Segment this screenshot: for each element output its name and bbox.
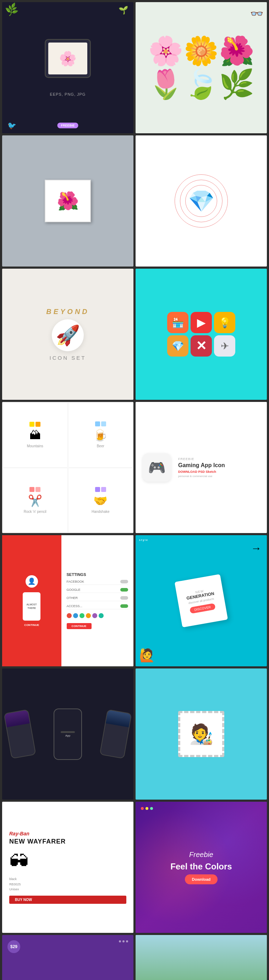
product-details: black RB3025 Unisex	[9, 877, 126, 892]
continue-btn[interactable]: CONTINUE	[67, 623, 91, 629]
flowers-display: 🌸🌼🌺🌷🍃🌿	[136, 34, 267, 101]
card-rayban: Ray-Ban NEW WAYFARER 🕶 black RB3025 Unis…	[2, 802, 133, 933]
icon-cell-scissors: ✂️ Rock 'n' pencil	[3, 468, 68, 533]
sketch-icon: 💎	[167, 335, 189, 356]
setting-google: GOOGLE	[67, 587, 128, 593]
setting-name-google: GOOGLE	[67, 588, 80, 592]
shop-icon: 🏪	[167, 312, 189, 333]
main-grid: 🌿 🌱 🌸 FREEBIE 🐦 EEPS, PNG, JPG 🌸🌼🌺🌷🍃🌿 👓 …	[0, 0, 269, 980]
card-icon-set-grid: 🏔 Mountains 🍺 Beer ✂️ Rock 'n' pencil	[2, 402, 133, 533]
detail-color: black	[9, 877, 126, 881]
idea-icon: 💡	[214, 312, 235, 333]
freebie-badge: FREEBIE	[57, 123, 78, 128]
window-dots	[141, 807, 153, 810]
white-panel: SETTINGS FACEBOOK GOOGLE OTHER ACCESS...	[61, 535, 134, 666]
dot-red	[141, 807, 144, 810]
dot-green	[150, 807, 153, 810]
glasses-decor-icon: 👓	[250, 8, 263, 20]
game-tag: FREEBIE	[178, 457, 260, 461]
play-icon: ▶	[191, 312, 212, 333]
swatch-purple[interactable]	[92, 613, 97, 618]
game-info-panel: FREEBIE Gaming App Icon DOWNLOAD PSD Ske…	[178, 457, 260, 478]
card-gem: 💎	[136, 135, 267, 267]
icons-grid: 🏪 ▶ 💡 💎 ✕ ✈	[167, 312, 235, 356]
card-watercolor-tablet: 🌿 🌱 🌸 FREEBIE 🐦 EEPS, PNG, JPG	[2, 2, 133, 133]
toggle-google[interactable]	[120, 588, 128, 592]
game-download: DOWNLOAD PSD Sketch	[178, 470, 260, 474]
setting-other: OTHER	[67, 595, 128, 601]
scissors-icon: ✂️	[28, 494, 42, 508]
freebie-label: Freebie	[189, 851, 213, 859]
floral-art: 🌸	[48, 43, 87, 75]
app-almost-there: CONTINUE	[24, 624, 39, 627]
phone-frame: ALMOSTTHERE	[23, 592, 40, 620]
arrow-decor: →	[251, 542, 261, 554]
card-new-generation: style NEW GENERATION discover all produc…	[136, 535, 267, 666]
card-gaming-icon: 🎮 FREEBIE Gaming App Icon DOWNLOAD PSD S…	[136, 402, 267, 533]
setting-facebook: FACEBOOK	[67, 579, 128, 585]
dots-row	[119, 940, 128, 942]
dot-1	[119, 940, 121, 942]
format-label: PSD Sketch	[199, 470, 216, 474]
glasses-icon: 🕶	[9, 850, 126, 873]
flight-icon: ✈	[214, 335, 235, 356]
card-app-settings: 👤 ALMOSTTHERE CONTINUE SETTINGS FACEBOOK…	[2, 535, 133, 666]
card-canvas-flowers: 🌺	[2, 135, 133, 267]
dot-yellow	[146, 807, 148, 810]
card-beyond-icon-set: BEYOND 🚀 ICON SET	[2, 269, 133, 400]
game-icon-display: 🎮	[143, 453, 171, 482]
card-dark-phones: App	[2, 668, 133, 800]
product-name: NEW WAYFARER	[9, 838, 126, 845]
swatch-orange[interactable]	[86, 613, 91, 618]
detail-gender: Unisex	[9, 887, 126, 892]
icon-cell-handshake: 🤝 Handshake	[68, 468, 133, 533]
red-panel: 👤 ALMOSTTHERE CONTINUE	[2, 535, 61, 666]
download-button[interactable]: Download	[185, 874, 218, 884]
beer-label: Beer	[97, 444, 104, 448]
gem-display: 💎	[188, 189, 215, 214]
toggle-accessibility[interactable]	[120, 604, 128, 608]
person-emoji-icon: 🙋	[139, 648, 155, 663]
dot-2	[122, 940, 125, 942]
setting-accessibility: ACCESS...	[67, 603, 128, 609]
detail-model: RB3025	[9, 882, 126, 887]
mountains-icon: 🏔	[29, 429, 41, 442]
toggle-other[interactable]	[120, 596, 128, 600]
setting-name-facebook: FACEBOOK	[67, 580, 85, 583]
settings-title: SETTINGS	[67, 573, 128, 577]
swatch-teal[interactable]	[99, 613, 104, 618]
tablet-frame: 🌸	[45, 39, 91, 78]
gem-icon: 💎	[188, 189, 215, 214]
handshake-label: Handshake	[91, 510, 110, 514]
avatar-area: 👤	[26, 575, 38, 589]
swatch-green[interactable]	[80, 613, 85, 618]
icon-cell-beer: 🍺 Beer	[68, 402, 133, 468]
bird-decor-icon: 🐦	[8, 121, 16, 130]
color-chip-row	[29, 422, 40, 427]
brand-name: Ray-Ban	[9, 831, 126, 837]
phone-right	[99, 709, 132, 759]
close-icon: ✕	[191, 335, 212, 356]
price-badge: $29	[8, 940, 20, 953]
card-app-icons: 🏪 ▶ 💡 💎 ✕ ✈	[136, 269, 267, 400]
buy-now-button[interactable]: BUY NOW	[9, 896, 126, 904]
toggle-facebook[interactable]	[120, 580, 128, 583]
ng-cta-btn[interactable]: DISCOVER	[189, 603, 215, 614]
color-chip-row-2	[95, 422, 106, 426]
beyond-title: BEYOND	[46, 308, 90, 316]
setting-name-accessibility: ACCESS...	[67, 604, 83, 608]
phone-left	[3, 709, 36, 759]
swatch-red[interactable]	[67, 613, 72, 618]
card-digital-feel: $29 Feel theDigitalWe mak	[2, 935, 133, 980]
canvas-art: 🌺	[45, 180, 91, 222]
stamp-display: 🧑‍🎨	[178, 711, 224, 757]
swatch-blue[interactable]	[73, 613, 78, 618]
card-stamp-character: 🧑‍🎨	[136, 668, 267, 800]
leaf-decor2-icon: 🌱	[118, 6, 128, 15]
game-category: personal & commercial use	[178, 474, 260, 478]
icon-cell-mountains: 🏔 Mountains	[3, 402, 68, 468]
file-types-label: EEPS, PNG, JPG	[50, 92, 86, 96]
download-label[interactable]: DOWNLOAD	[178, 470, 197, 474]
game-title: Gaming App Icon	[178, 462, 260, 469]
mountains-label: Mountains	[27, 444, 43, 448]
